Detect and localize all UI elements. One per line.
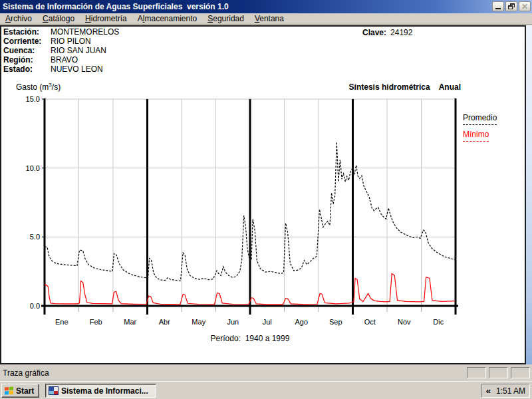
minimize-icon (495, 8, 501, 9)
station-row: Región:BRAVO (3, 55, 119, 65)
month-label: Feb (90, 318, 102, 326)
start-button-label: Start (16, 386, 34, 396)
station-key: Clave:24192 (362, 28, 412, 37)
month-label: Nov (398, 318, 411, 326)
status-bar: Traza gráfica (0, 364, 532, 381)
y-axis-title: Gasto (m3/s) (16, 82, 61, 92)
status-panels (467, 367, 530, 378)
month-label: May (192, 318, 205, 326)
clock: 1:51 AM (496, 386, 525, 396)
status-panel (467, 367, 486, 378)
close-icon: ✕ (521, 3, 528, 11)
hydrograph-chart: 0.05.010.015.0EneFebMarAbrMayJunJulAgoSe… (1, 93, 525, 334)
status-panel (511, 367, 530, 378)
tray-collapse-button[interactable]: « (486, 386, 491, 396)
status-panel (489, 367, 508, 378)
station-row: Estado:NUEVO LEON (3, 65, 119, 74)
title-bar: Sistema de Información de Aguas Superfic… (0, 0, 532, 13)
month-label: Oct (364, 318, 376, 326)
station-row-label: Cuenca: (3, 46, 51, 55)
legend-item-minimo: Mínimo (463, 130, 489, 142)
y-tick-label: 5.0 (30, 233, 40, 241)
chart-subtitle-period-type: Anual (439, 82, 461, 92)
menu-almacenamiento[interactable]: Almacenamiento (132, 13, 202, 24)
menu-archivo[interactable]: Archivo (0, 13, 37, 24)
status-text: Traza gráfica (3, 368, 49, 378)
month-label: Jul (263, 318, 272, 326)
station-row-label: Corriente: (3, 37, 51, 46)
station-row: Cuenca:RIO SAN JUAN (3, 46, 119, 55)
taskbar-task-label: Sistema de Informaci... (61, 386, 148, 396)
menu-catalogo[interactable]: Catálogo (37, 13, 80, 24)
client-area: Estación:MONTEMORELOSCorriente:RIO PILON… (0, 25, 532, 364)
y-tick-label: 10.0 (26, 164, 40, 172)
window-title: Sistema de Información de Aguas Superfic… (0, 2, 229, 11)
station-row: Corriente:RIO PILON (3, 37, 119, 46)
app-icon (49, 386, 59, 395)
windows-logo-icon (5, 387, 13, 395)
month-label: Ene (55, 318, 68, 326)
station-info: Estación:MONTEMORELOSCorriente:RIO PILON… (3, 27, 119, 74)
station-row-label: Estado: (3, 65, 51, 74)
station-row-label: Región: (3, 55, 51, 65)
menu-seguridad[interactable]: Seguridad (202, 13, 249, 24)
station-row-value: RIO SAN JUAN (51, 46, 106, 55)
chart-subtitle-text: Síntesis hidrométrica (349, 82, 430, 92)
window-right-border (526, 25, 532, 364)
month-label: Ago (295, 318, 308, 326)
restore-icon (508, 3, 515, 9)
legend-item-promedio: Promedio (463, 113, 497, 125)
chart-subtitle: Síntesis hidrométricaAnual (349, 82, 461, 92)
y-tick-label: 15.0 (26, 95, 40, 103)
y-tick-label: 0.0 (30, 302, 40, 310)
document-panel: Estación:MONTEMORELOSCorriente:RIO PILON… (0, 25, 526, 364)
menu-ventana[interactable]: Ventana (249, 13, 289, 24)
station-key-label: Clave: (362, 28, 386, 37)
close-button: ✕ (519, 1, 531, 11)
start-button[interactable]: Start (1, 384, 39, 398)
station-row: Estación:MONTEMORELOS (3, 27, 119, 37)
window-controls: ✕ (492, 1, 531, 11)
minimize-button[interactable] (492, 1, 504, 11)
station-row-label: Estación: (3, 27, 51, 37)
month-label: Mar (124, 318, 136, 326)
month-label: Jun (227, 318, 239, 326)
menu-bar: ArchivoCatálogoHidrometríaAlmacenamiento… (0, 13, 532, 25)
chart-legend: PromedioMínimo (463, 113, 497, 146)
station-row-value: BRAVO (51, 55, 78, 65)
station-row-value: RIO PILON (51, 37, 91, 46)
restore-button[interactable] (505, 1, 517, 11)
taskbar: Start Sistema de Informaci... « 1:51 AM (0, 381, 532, 399)
month-label: Abr (159, 318, 170, 326)
station-row-value: MONTEMORELOS (51, 27, 119, 37)
month-label: Sep (329, 318, 342, 326)
system-tray: « 1:51 AM (481, 384, 530, 398)
menu-hidrometria[interactable]: Hidrometría (80, 13, 132, 24)
station-row-value: NUEVO LEON (51, 65, 103, 74)
chart-period-label: Período: 1940 a 1999 (45, 334, 456, 343)
station-key-value: 24192 (390, 28, 412, 37)
taskbar-task-button[interactable]: Sistema de Informaci... (45, 384, 156, 398)
month-label: Dic (433, 318, 444, 326)
